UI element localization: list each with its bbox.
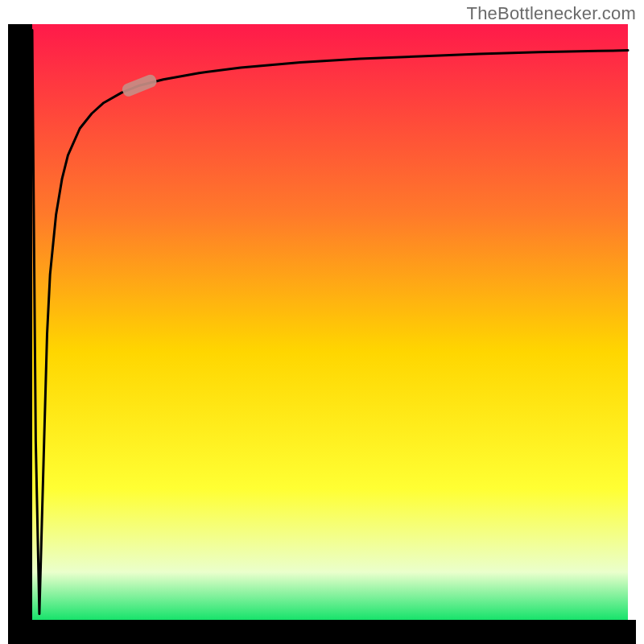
plot-area [8,24,636,644]
axis-bottom [8,620,636,644]
chart-svg [0,0,644,644]
watermark-label: TheBottlenecker.com [467,3,636,24]
axis-left [8,24,32,636]
gradient-background [32,24,628,620]
bottleneck-chart: TheBottlenecker.com [0,0,644,644]
